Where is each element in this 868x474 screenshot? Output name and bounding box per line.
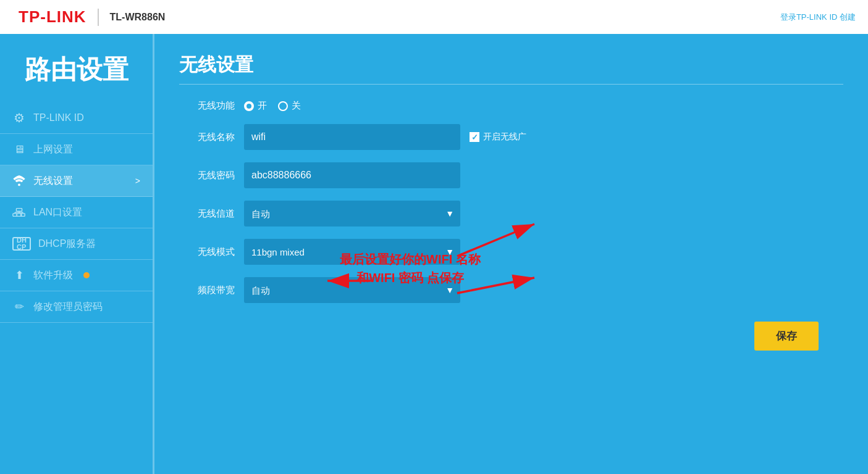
- save-button[interactable]: 保存: [754, 322, 819, 351]
- sidebar-item-software-upgrade[interactable]: ⬆ 软件升级: [0, 260, 153, 291]
- broadcast-ssid-label[interactable]: 开启无线广: [470, 131, 526, 143]
- wireless-on-label: 开: [258, 100, 267, 112]
- sidebar-item-label: 上网设置: [33, 143, 73, 156]
- wireless-off-option[interactable]: 关: [278, 100, 301, 112]
- upgrade-icon: ⬆: [12, 268, 26, 282]
- channel-label: 无线信道: [179, 208, 235, 220]
- sidebar: 路由设置 ⚙ TP-LINK ID 🖥 上网设置 无线设置 >: [0, 34, 154, 474]
- wireless-function-row: 无线功能 开 关: [179, 100, 843, 112]
- mode-select-wrapper: 11bgn mixed 11b only 11g only 11n only ▼: [244, 239, 460, 265]
- password-input[interactable]: abc88886666: [244, 162, 460, 188]
- gear-icon: ⚙: [12, 111, 26, 125]
- model-name: TL-WR886N: [110, 12, 166, 23]
- lan-icon: [12, 206, 26, 219]
- radio-on-circle: [244, 101, 254, 111]
- monitor-icon: 🖥: [12, 143, 26, 156]
- wireless-off-label: 关: [292, 100, 301, 112]
- mode-select[interactable]: 11bgn mixed 11b only 11g only 11n only: [244, 239, 460, 265]
- bandwidth-select[interactable]: 自动 20MHz 40MHz: [244, 277, 460, 303]
- logo: TP-LINK TL-WR886N: [19, 7, 165, 27]
- logo-divider: [98, 9, 99, 26]
- upgrade-dot: [83, 272, 90, 278]
- password-label: 无线密码: [179, 170, 235, 181]
- bandwidth-label: 频段带宽: [179, 285, 235, 296]
- bandwidth-select-wrapper: 自动 20MHz 40MHz ▼: [244, 277, 460, 303]
- sidebar-item-lan-settings[interactable]: LAN口设置: [0, 197, 153, 228]
- header: TP-LINK TL-WR886N 登录TP-LINK ID 创建: [0, 0, 868, 34]
- mode-row: 无线模式 11bgn mixed 11b only 11g only 11n o…: [179, 239, 843, 265]
- wireless-function-label: 无线功能: [179, 100, 235, 112]
- svg-rect-4: [16, 209, 22, 212]
- sidebar-item-label: 软件升级: [33, 269, 73, 282]
- svg-rect-2: [13, 214, 17, 217]
- page-title: 无线设置: [179, 52, 843, 85]
- bandwidth-row: 频段带宽 自动 20MHz 40MHz ▼: [179, 277, 843, 303]
- broadcast-ssid-text: 开启无线广: [483, 131, 526, 143]
- sidebar-item-label: 无线设置: [33, 175, 73, 188]
- main-content: 无线设置 无线功能 开 关 无线名称 wi: [154, 34, 868, 474]
- chevron-right-icon: >: [135, 176, 140, 186]
- radio-off-circle: [278, 101, 288, 111]
- wireless-settings-form: 无线功能 开 关 无线名称 wifi 开: [179, 100, 843, 303]
- sidebar-title: 路由设置: [0, 40, 153, 102]
- sidebar-item-label: LAN口设置: [33, 206, 82, 219]
- ssid-row: 无线名称 wifi 开启无线广: [179, 124, 843, 150]
- ssid-input[interactable]: wifi: [244, 124, 460, 150]
- sidebar-item-wifi-settings[interactable]: 无线设置 >: [0, 165, 153, 197]
- sidebar-item-tplink-id[interactable]: ⚙ TP-LINK ID: [0, 102, 153, 134]
- sidebar-item-label: DHCP服务器: [38, 238, 96, 251]
- wifi-icon: [12, 174, 26, 188]
- svg-point-0: [18, 184, 20, 186]
- header-links[interactable]: 登录TP-LINK ID 创建: [780, 12, 856, 23]
- sidebar-item-label: 修改管理员密码: [33, 301, 103, 314]
- layout: 路由设置 ⚙ TP-LINK ID 🖥 上网设置 无线设置 >: [0, 34, 868, 474]
- channel-row: 无线信道 自动 123 456 ▼: [179, 201, 843, 227]
- dhcp-icon: DHCP: [12, 237, 31, 251]
- brand-name: TP-LINK: [19, 7, 86, 27]
- edit-icon: ✏: [12, 300, 26, 314]
- sidebar-item-label: TP-LINK ID: [33, 112, 84, 123]
- password-row: 无线密码 abc88886666: [179, 162, 843, 188]
- wireless-function-radio-group: 开 关: [244, 100, 301, 112]
- ssid-label: 无线名称: [179, 131, 235, 143]
- wireless-on-option[interactable]: 开: [244, 100, 267, 112]
- channel-select-wrapper: 自动 123 456 ▼: [244, 201, 460, 227]
- sidebar-item-dhcp-server[interactable]: DHCP DHCP服务器: [0, 228, 153, 260]
- sidebar-item-internet-settings[interactable]: 🖥 上网设置: [0, 134, 153, 165]
- broadcast-checkbox[interactable]: [470, 132, 479, 142]
- mode-label: 无线模式: [179, 246, 235, 258]
- sidebar-item-change-password[interactable]: ✏ 修改管理员密码: [0, 291, 153, 323]
- channel-select[interactable]: 自动 123 456: [244, 201, 460, 227]
